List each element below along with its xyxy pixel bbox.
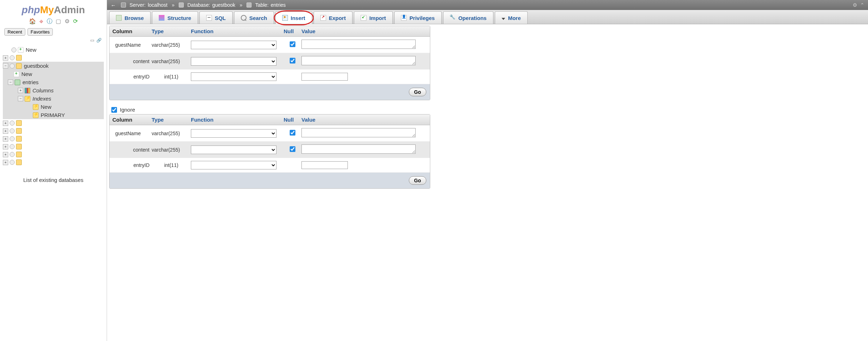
null-checkbox[interactable] [290, 130, 295, 136]
header-function[interactable]: Function [188, 26, 281, 36]
home-icon[interactable]: 🏠 [29, 18, 36, 25]
expander-minus-icon[interactable]: − [8, 80, 13, 85]
value-input[interactable] [301, 73, 348, 81]
expander-minus-icon[interactable]: − [3, 63, 8, 68]
tab-sql[interactable]: SQL [199, 11, 233, 24]
ignore-checkbox[interactable] [111, 107, 117, 113]
expander-minus-icon[interactable]: − [18, 96, 23, 101]
value-input[interactable] [301, 161, 348, 169]
query-window-icon[interactable]: ▢ [56, 18, 61, 25]
tab-structure[interactable]: Structure [152, 11, 198, 24]
logout-icon[interactable]: ⎆ [40, 18, 43, 25]
null-checkbox[interactable] [290, 41, 295, 47]
expander-plus-icon[interactable]: + [18, 88, 23, 93]
expander-plus-icon[interactable]: + [3, 121, 8, 126]
logo-php: php [22, 4, 40, 15]
tree-columns[interactable]: + Columns [3, 86, 104, 95]
settings-icon[interactable]: ⚙ [65, 18, 70, 25]
function-select[interactable] [191, 129, 276, 138]
header-function[interactable]: Function [188, 114, 281, 125]
tab-browse[interactable]: Browse [109, 11, 151, 24]
tree-label: Columns [32, 87, 54, 93]
tab-insert[interactable]: Insert [275, 11, 312, 24]
col-type: varchar(255) [152, 58, 191, 64]
docs-icon[interactable]: ⓘ [47, 18, 52, 25]
new-icon [14, 71, 19, 77]
chevron-right-icon: » [172, 2, 174, 8]
header-value: Value [299, 26, 430, 36]
tab-operations[interactable]: Operations [443, 11, 493, 24]
tab-label: Insert [291, 15, 305, 21]
tree-label: entries [22, 79, 39, 85]
expander-plus-icon[interactable]: + [3, 136, 8, 142]
crumb-table[interactable]: entries [271, 2, 286, 8]
expander-plus-icon[interactable]: + [3, 128, 8, 134]
col-type: varchar(255) [152, 147, 191, 153]
col-name: entryID [112, 162, 152, 168]
tree-label: New [26, 47, 36, 53]
value-textarea[interactable] [301, 56, 416, 65]
logo[interactable]: phpMyAdmin [2, 3, 105, 16]
header-type[interactable]: Type [149, 26, 188, 36]
function-select[interactable] [191, 72, 276, 81]
tree-new-db[interactable]: New [3, 46, 104, 54]
recent-button[interactable]: Recent [4, 28, 25, 36]
reload-icon[interactable]: ⟳ [73, 18, 78, 25]
function-select[interactable] [191, 41, 276, 49]
favorites-button[interactable]: Favorites [27, 28, 53, 36]
tree-collapsed-db[interactable]: + [3, 151, 104, 158]
crumb-db[interactable]: guestbook [212, 2, 235, 8]
back-arrow-icon[interactable]: ← [111, 2, 116, 8]
tree-collapsed-db[interactable]: + [3, 127, 104, 135]
insert-row: guestName varchar(255) [110, 125, 430, 142]
tree-db-guestbook[interactable]: − guestbook [3, 62, 104, 70]
expander-plus-icon[interactable]: + [3, 55, 8, 61]
tab-import[interactable]: Import [354, 11, 393, 24]
gear-icon[interactable]: ⚙ [853, 2, 857, 8]
tree-new-table[interactable]: New [3, 70, 104, 78]
expander-plus-icon[interactable]: + [3, 152, 8, 157]
tab-search[interactable]: Search [234, 11, 274, 24]
db-icon [16, 136, 22, 142]
go-row: Go [110, 173, 430, 188]
sql-icon [206, 15, 212, 21]
ignore-label[interactable]: Ignore [120, 107, 135, 113]
go-button[interactable]: Go [409, 88, 426, 96]
tab-privileges[interactable]: Privileges [394, 11, 442, 24]
header-type[interactable]: Type [149, 114, 188, 125]
tree-collapsed-db[interactable]: + [3, 135, 104, 143]
expand-up-icon[interactable]: ⌃ [860, 2, 864, 8]
function-select[interactable] [191, 161, 276, 169]
function-select[interactable] [191, 57, 276, 66]
tree-table-entries[interactable]: − entries [3, 78, 104, 86]
null-checkbox[interactable] [290, 58, 295, 63]
new-icon [18, 47, 24, 53]
link-icon[interactable]: 🔗 [96, 38, 102, 43]
tree-new-index[interactable]: New [3, 103, 104, 111]
tab-label: Structure [167, 15, 191, 21]
null-checkbox[interactable] [290, 146, 295, 152]
value-textarea[interactable] [301, 144, 416, 154]
value-textarea[interactable] [301, 128, 416, 137]
dot-icon [10, 160, 15, 165]
sidebar-quick-icons: 🏠 ⎆ ⓘ ▢ ⚙ ⟳ [2, 16, 105, 27]
tab-label: Search [249, 15, 267, 21]
expander-plus-icon[interactable]: + [3, 160, 8, 165]
expander-plus-icon[interactable]: + [3, 144, 8, 149]
db-icon [16, 144, 22, 149]
function-select[interactable] [191, 146, 276, 154]
tree-collapsed-db[interactable]: + [3, 119, 104, 127]
tab-more[interactable]: More [495, 11, 528, 24]
tree-collapsed-db[interactable]: + [3, 158, 104, 166]
tree-collapsed-db[interactable]: + [3, 143, 104, 151]
tree-label: guestbook [24, 63, 49, 69]
tree-indexes[interactable]: − Indexes [3, 95, 104, 103]
tree-index-primary[interactable]: PRIMARY [3, 111, 104, 119]
go-button[interactable]: Go [409, 176, 426, 185]
value-textarea[interactable] [301, 40, 416, 49]
insert-form-1: Column Type Function Null Value guestNam… [109, 26, 430, 100]
crumb-server[interactable]: localhost [148, 2, 167, 8]
tab-export[interactable]: Export [314, 11, 353, 24]
collapse-all-icon[interactable]: ▭ [90, 38, 94, 43]
tree-expander-row[interactable]: + [3, 54, 104, 62]
